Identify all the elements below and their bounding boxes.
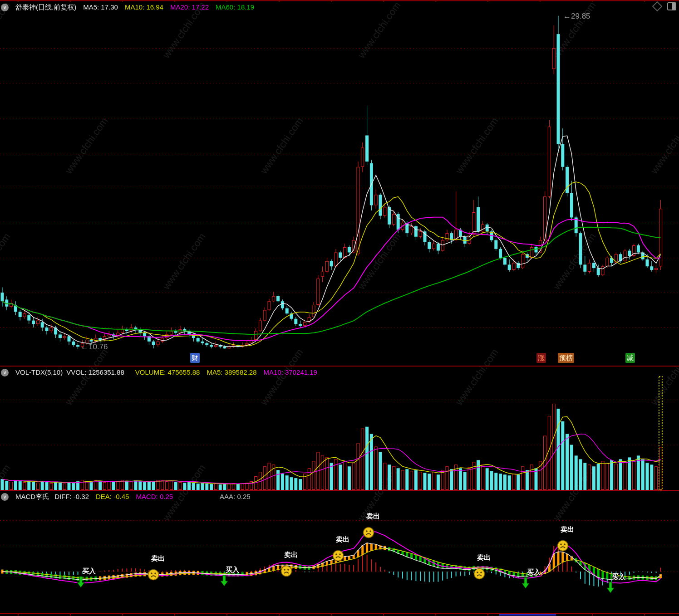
- down-arrow-icon: [77, 582, 85, 589]
- sell-signal-marker: 卖出: [280, 565, 292, 579]
- vol-ma10-value: MA10: 370241.19: [264, 368, 317, 377]
- chart-canvas[interactable]: [0, 0, 679, 616]
- down-arrow-icon: [606, 587, 615, 595]
- sell-label: 卖出: [336, 535, 349, 544]
- down-arrow-icon: [522, 582, 530, 590]
- sad-face-icon: [332, 555, 344, 563]
- sad-face-icon: [557, 545, 569, 553]
- sad-face-icon: [148, 574, 159, 582]
- panel-layout-icon[interactable]: [667, 2, 676, 10]
- sell-label: 卖出: [284, 551, 298, 559]
- sell-signal-marker: 卖出: [363, 527, 374, 540]
- buy-label: 买入: [82, 567, 96, 576]
- diff-value: DIFF: -0.32: [54, 492, 89, 501]
- buy-signal-marker: 买入: [606, 582, 615, 595]
- sell-label: 卖出: [151, 554, 165, 563]
- sell-label: 卖出: [366, 512, 380, 521]
- buy-label: 买入: [226, 566, 239, 574]
- ma20-value: MA20: 17.22: [170, 3, 209, 12]
- macd-indicator-title: MACD李氏: [15, 492, 49, 501]
- sad-face-icon: [473, 573, 485, 581]
- main-chart-header: ∨ 舒泰神(日线.前复权) MA5: 17.30 MA10: 16.94 MA2…: [1, 3, 261, 12]
- collapse-chevron-icon[interactable]: ∨: [1, 4, 9, 11]
- ma10-value: MA10: 16.94: [125, 3, 163, 12]
- down-arrow-icon: [220, 580, 228, 588]
- buy-signal-marker: 买入: [522, 577, 530, 591]
- tag-zhang[interactable]: 涨: [536, 353, 546, 363]
- sell-label: 卖出: [561, 525, 574, 534]
- sell-signal-marker: 卖出: [557, 540, 569, 553]
- sad-face-icon: [280, 571, 292, 578]
- buy-label: 买入: [612, 572, 625, 581]
- tag-jian[interactable]: 减: [625, 353, 635, 363]
- stock-chart-window: ∨ 舒泰神(日线.前复权) MA5: 17.30 MA10: 16.94 MA2…: [0, 0, 679, 616]
- collapse-chevron-icon[interactable]: ∨: [1, 369, 9, 376]
- volume-pane-header: ∨ VOL-TDX(5,10) VVOL: 1256351.88 VOLUME:…: [1, 368, 324, 377]
- sell-label: 卖出: [477, 553, 491, 562]
- ma5-value: MA5: 17.30: [83, 3, 118, 12]
- ma60-value: MA60: 18.19: [216, 3, 254, 12]
- macd-pane-header: ∨ MACD李氏 DIFF: -0.32 DEA: -0.45 MACD: 0.…: [1, 492, 257, 501]
- sell-signal-marker: 卖出: [148, 569, 159, 582]
- sad-face-icon: [363, 532, 374, 540]
- buy-signal-marker: 买入: [220, 575, 228, 588]
- tag-yubang[interactable]: 预榜: [558, 353, 574, 363]
- sell-signal-marker: 卖出: [332, 550, 344, 563]
- buy-signal-marker: 买入: [77, 576, 85, 590]
- dea-value: DEA: -0.45: [96, 492, 129, 501]
- collapse-chevron-icon[interactable]: ∨: [1, 493, 9, 501]
- low-price-label: ←10.76: [81, 342, 108, 352]
- vol-ma5-value: MA5: 389582.28: [207, 368, 256, 377]
- aaa-value: AAA: 0.25: [220, 492, 251, 501]
- sell-signal-marker: 卖出: [473, 568, 485, 582]
- high-price-label: ←29.85: [563, 12, 590, 21]
- macd-value: MACD: 0.25: [136, 492, 173, 501]
- symbol-title: 舒泰神(日线.前复权): [15, 3, 76, 12]
- volume-indicator-title: VOL-TDX(5,10): [15, 368, 63, 377]
- buy-label: 买入: [527, 568, 541, 577]
- news-tag-cai[interactable]: 财: [190, 353, 200, 363]
- window-controls: [654, 2, 676, 10]
- diamond-icon[interactable]: [652, 1, 663, 12]
- volume-value: VOLUME: 475655.88: [135, 368, 200, 377]
- vvol-value: VVOL: 1256351.88: [66, 368, 124, 377]
